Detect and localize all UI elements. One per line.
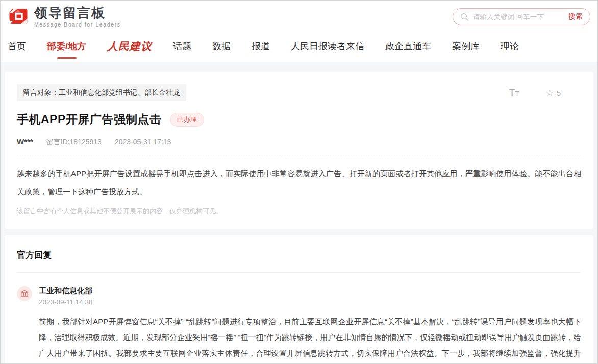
font-size-icon[interactable]: T T bbox=[509, 87, 519, 98]
message-id: 留言ID:18125913 bbox=[46, 138, 102, 147]
message-target-tag: 留言对象：工业和信息化部党组书记、部长金壮龙 bbox=[17, 84, 186, 101]
star-icon: ☆ bbox=[545, 88, 553, 98]
reply-timestamp: 2023-09-11 14:38 bbox=[39, 298, 93, 306]
logo-title: 领导留言板 bbox=[34, 6, 121, 20]
government-building-icon bbox=[20, 289, 29, 298]
nav-item-reader-letters[interactable]: 人民日报读者来信 bbox=[291, 37, 364, 58]
nav-item-data[interactable]: 数据 bbox=[212, 37, 231, 58]
message-card: 留言对象：工业和信息化部党组书记、部长金壮龙 T T ☆ 5 手机APP开屏广告… bbox=[5, 72, 593, 229]
search-box[interactable]: 搜索 bbox=[453, 8, 590, 25]
reply-body: 前期，我部针对APP开屏弹窗信息“关不掉” “乱跳转”问题进行专项整治，目前主要… bbox=[39, 314, 581, 364]
font-size-large-glyph: T bbox=[509, 87, 515, 98]
nav-item-home[interactable]: 首页 bbox=[8, 37, 26, 58]
favorite-count: 5 bbox=[557, 89, 561, 97]
nav-item-reports[interactable]: 报道 bbox=[252, 37, 270, 58]
logo-subtitle: Message Board for Leaders bbox=[34, 21, 121, 28]
status-badge: 已办理 bbox=[170, 113, 204, 127]
nav-item-gov-business-line[interactable]: 政企直通车 bbox=[385, 37, 431, 58]
active-underline bbox=[57, 57, 77, 59]
page: 领导留言板 Message Board for Leaders 搜索 首页 部委… bbox=[0, 0, 598, 364]
nav-item-theory[interactable]: 理论 bbox=[501, 37, 519, 58]
message-timestamp: 2023-05-31 17:13 bbox=[115, 138, 171, 146]
nav-item-peoples-suggestions[interactable]: 人民建议 bbox=[107, 36, 152, 59]
nav-item-ministries-local[interactable]: 部委/地方 bbox=[47, 37, 86, 58]
message-author: W*** bbox=[17, 137, 33, 146]
official-reply-card: 官方回复 工业和信息化部 2023-09-11 14:38 bbox=[5, 235, 593, 364]
search-icon bbox=[460, 13, 469, 21]
search-input[interactable] bbox=[473, 13, 568, 21]
message-title-row: 手机APP开屏广告强制点击 已办理 bbox=[17, 112, 581, 127]
message-title: 手机APP开屏广告强制点击 bbox=[17, 112, 162, 127]
privacy-note: 该留言中含有个人信息或其他不便公开展示的内容，仅办理机构可见。 bbox=[17, 206, 581, 216]
search-button[interactable]: 搜索 bbox=[568, 12, 583, 21]
logo-icon bbox=[8, 6, 29, 28]
logo-text: 领导留言板 Message Board for Leaders bbox=[34, 6, 121, 27]
site-logo[interactable]: 领导留言板 Message Board for Leaders bbox=[8, 6, 121, 28]
nav-item-label: 部委/地方 bbox=[47, 41, 86, 51]
reply-header: 工业和信息化部 2023-09-11 14:38 bbox=[17, 286, 581, 306]
message-body: 越来越多的手机APP把开屏广告设置成摇晃手机即点击进入，而实际使用中非常容易就进… bbox=[17, 165, 581, 200]
message-card-top-row: 留言对象：工业和信息化部党组书记、部长金壮龙 T T ☆ 5 bbox=[17, 84, 581, 101]
nav-item-topics[interactable]: 话题 bbox=[173, 37, 191, 58]
agency-avatar bbox=[17, 286, 32, 301]
message-meta-row: W*** 留言ID:18125913 2023-05-31 17:13 bbox=[17, 137, 581, 155]
reply-agency-block: 工业和信息化部 2023-09-11 14:38 bbox=[39, 286, 93, 306]
message-tools: T T ☆ 5 bbox=[509, 87, 581, 98]
font-size-small-glyph: T bbox=[515, 90, 519, 97]
reply-agency-name: 工业和信息化部 bbox=[39, 286, 93, 296]
reply-section-title: 官方回复 bbox=[17, 247, 581, 273]
content-area: 留言对象：工业和信息化部党组书记、部长金壮龙 T T ☆ 5 手机APP开屏广告… bbox=[1, 62, 597, 364]
nav-item-case-library[interactable]: 案例库 bbox=[452, 37, 480, 58]
main-nav: 首页 部委/地方 人民建议 话题 数据 报道 人民日报读者来信 政企直通车 案例… bbox=[1, 33, 597, 62]
favorite-button[interactable]: ☆ 5 bbox=[545, 88, 561, 98]
header: 领导留言板 Message Board for Leaders 搜索 bbox=[1, 1, 597, 33]
